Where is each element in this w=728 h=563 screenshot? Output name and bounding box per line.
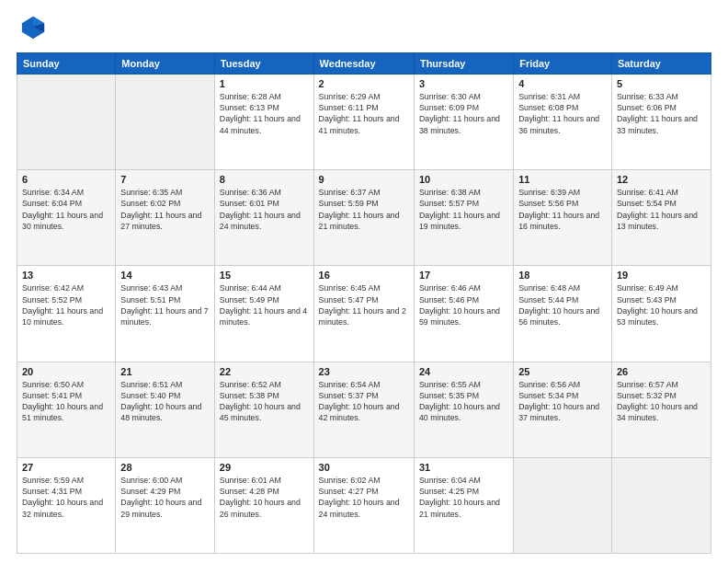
calendar-cell xyxy=(17,74,116,169)
calendar-cell xyxy=(116,74,215,169)
calendar-cell: 6Sunrise: 6:34 AM Sunset: 6:04 PM Daylig… xyxy=(17,170,116,266)
day-number: 17 xyxy=(419,270,508,281)
calendar-cell: 12Sunrise: 6:41 AM Sunset: 5:54 PM Dayli… xyxy=(611,170,711,266)
day-info: Sunrise: 6:50 AM Sunset: 5:41 PM Dayligh… xyxy=(22,379,110,424)
calendar-cell: 7Sunrise: 6:35 AM Sunset: 6:02 PM Daylig… xyxy=(116,170,215,266)
calendar-cell: 18Sunrise: 6:48 AM Sunset: 5:44 PM Dayli… xyxy=(514,266,612,362)
weekday-header-cell: Wednesday xyxy=(313,52,414,74)
day-number: 1 xyxy=(220,78,309,89)
calendar-cell: 15Sunrise: 6:44 AM Sunset: 5:49 PM Dayli… xyxy=(214,266,313,362)
day-info: Sunrise: 6:39 AM Sunset: 5:56 PM Dayligh… xyxy=(518,187,607,232)
day-number: 25 xyxy=(518,366,607,377)
calendar-body: 1Sunrise: 6:28 AM Sunset: 6:13 PM Daylig… xyxy=(17,74,711,553)
calendar-cell: 14Sunrise: 6:43 AM Sunset: 5:51 PM Dayli… xyxy=(116,266,215,362)
calendar-cell: 22Sunrise: 6:52 AM Sunset: 5:38 PM Dayli… xyxy=(214,362,313,457)
day-number: 4 xyxy=(518,78,607,89)
calendar-cell: 13Sunrise: 6:42 AM Sunset: 5:52 PM Dayli… xyxy=(17,266,116,362)
day-info: Sunrise: 6:42 AM Sunset: 5:52 PM Dayligh… xyxy=(22,282,110,327)
day-info: Sunrise: 6:28 AM Sunset: 6:13 PM Dayligh… xyxy=(220,91,309,136)
day-number: 12 xyxy=(617,174,706,185)
calendar-week-row: 20Sunrise: 6:50 AM Sunset: 5:41 PM Dayli… xyxy=(17,362,711,457)
day-number: 3 xyxy=(419,78,508,89)
weekday-header-cell: Sunday xyxy=(17,52,116,74)
day-info: Sunrise: 6:49 AM Sunset: 5:43 PM Dayligh… xyxy=(617,282,706,327)
day-info: Sunrise: 6:35 AM Sunset: 6:02 PM Dayligh… xyxy=(120,187,210,232)
logo xyxy=(17,15,46,45)
page: SundayMondayTuesdayWednesdayThursdayFrid… xyxy=(0,0,728,563)
day-number: 30 xyxy=(319,462,409,473)
calendar-cell: 20Sunrise: 6:50 AM Sunset: 5:41 PM Dayli… xyxy=(17,362,116,457)
calendar-cell: 29Sunrise: 6:01 AM Sunset: 4:28 PM Dayli… xyxy=(214,457,313,553)
day-number: 19 xyxy=(617,270,706,281)
calendar-cell: 23Sunrise: 6:54 AM Sunset: 5:37 PM Dayli… xyxy=(313,362,414,457)
calendar-cell: 21Sunrise: 6:51 AM Sunset: 5:40 PM Dayli… xyxy=(116,362,215,457)
day-number: 13 xyxy=(22,270,110,281)
calendar-cell: 24Sunrise: 6:55 AM Sunset: 5:35 PM Dayli… xyxy=(414,362,513,457)
calendar-week-row: 1Sunrise: 6:28 AM Sunset: 6:13 PM Daylig… xyxy=(17,74,711,169)
day-info: Sunrise: 6:41 AM Sunset: 5:54 PM Dayligh… xyxy=(617,187,706,232)
header xyxy=(17,15,711,45)
calendar-cell xyxy=(611,457,711,553)
day-info: Sunrise: 6:02 AM Sunset: 4:27 PM Dayligh… xyxy=(319,475,409,520)
day-info: Sunrise: 6:30 AM Sunset: 6:09 PM Dayligh… xyxy=(419,91,508,136)
calendar-cell: 10Sunrise: 6:38 AM Sunset: 5:57 PM Dayli… xyxy=(414,170,513,266)
calendar-table: SundayMondayTuesdayWednesdayThursdayFrid… xyxy=(17,52,711,554)
day-info: Sunrise: 6:33 AM Sunset: 6:06 PM Dayligh… xyxy=(617,91,706,136)
day-info: Sunrise: 6:38 AM Sunset: 5:57 PM Dayligh… xyxy=(419,187,508,232)
day-number: 6 xyxy=(22,174,110,185)
day-number: 22 xyxy=(220,366,309,377)
day-info: Sunrise: 6:34 AM Sunset: 6:04 PM Dayligh… xyxy=(22,187,110,232)
day-number: 21 xyxy=(120,366,210,377)
day-info: Sunrise: 6:45 AM Sunset: 5:47 PM Dayligh… xyxy=(319,282,409,327)
day-number: 11 xyxy=(518,174,607,185)
weekday-header-cell: Monday xyxy=(116,52,215,74)
calendar-cell: 8Sunrise: 6:36 AM Sunset: 6:01 PM Daylig… xyxy=(214,170,313,266)
calendar-cell: 1Sunrise: 6:28 AM Sunset: 6:13 PM Daylig… xyxy=(214,74,313,169)
day-number: 5 xyxy=(617,78,706,89)
day-number: 2 xyxy=(319,78,409,89)
calendar-cell: 26Sunrise: 6:57 AM Sunset: 5:32 PM Dayli… xyxy=(611,362,711,457)
weekday-header-row: SundayMondayTuesdayWednesdayThursdayFrid… xyxy=(17,52,711,74)
day-info: Sunrise: 6:00 AM Sunset: 4:29 PM Dayligh… xyxy=(120,475,210,520)
calendar-week-row: 13Sunrise: 6:42 AM Sunset: 5:52 PM Dayli… xyxy=(17,266,711,362)
day-number: 23 xyxy=(319,366,409,377)
calendar-cell: 5Sunrise: 6:33 AM Sunset: 6:06 PM Daylig… xyxy=(611,74,711,169)
day-info: Sunrise: 6:01 AM Sunset: 4:28 PM Dayligh… xyxy=(220,475,309,520)
day-info: Sunrise: 6:51 AM Sunset: 5:40 PM Dayligh… xyxy=(120,379,210,424)
day-info: Sunrise: 6:04 AM Sunset: 4:25 PM Dayligh… xyxy=(419,475,508,520)
day-number: 14 xyxy=(120,270,210,281)
day-info: Sunrise: 5:59 AM Sunset: 4:31 PM Dayligh… xyxy=(22,475,110,520)
calendar-cell: 28Sunrise: 6:00 AM Sunset: 4:29 PM Dayli… xyxy=(116,457,215,553)
calendar-cell: 17Sunrise: 6:46 AM Sunset: 5:46 PM Dayli… xyxy=(414,266,513,362)
calendar-cell: 2Sunrise: 6:29 AM Sunset: 6:11 PM Daylig… xyxy=(313,74,414,169)
day-number: 29 xyxy=(220,462,309,473)
day-info: Sunrise: 6:56 AM Sunset: 5:34 PM Dayligh… xyxy=(518,379,607,424)
calendar-cell xyxy=(514,457,612,553)
day-number: 20 xyxy=(22,366,110,377)
calendar-cell: 9Sunrise: 6:37 AM Sunset: 5:59 PM Daylig… xyxy=(313,170,414,266)
day-info: Sunrise: 6:55 AM Sunset: 5:35 PM Dayligh… xyxy=(419,379,508,424)
day-number: 31 xyxy=(419,462,508,473)
calendar-cell: 31Sunrise: 6:04 AM Sunset: 4:25 PM Dayli… xyxy=(414,457,513,553)
day-info: Sunrise: 6:37 AM Sunset: 5:59 PM Dayligh… xyxy=(319,187,409,232)
day-info: Sunrise: 6:31 AM Sunset: 6:08 PM Dayligh… xyxy=(518,91,607,136)
day-number: 8 xyxy=(220,174,309,185)
day-number: 16 xyxy=(319,270,409,281)
weekday-header-cell: Tuesday xyxy=(214,52,313,74)
calendar-cell: 16Sunrise: 6:45 AM Sunset: 5:47 PM Dayli… xyxy=(313,266,414,362)
calendar-cell: 11Sunrise: 6:39 AM Sunset: 5:56 PM Dayli… xyxy=(514,170,612,266)
day-info: Sunrise: 6:48 AM Sunset: 5:44 PM Dayligh… xyxy=(518,282,607,327)
day-number: 28 xyxy=(120,462,210,473)
day-info: Sunrise: 6:43 AM Sunset: 5:51 PM Dayligh… xyxy=(120,282,210,327)
day-info: Sunrise: 6:57 AM Sunset: 5:32 PM Dayligh… xyxy=(617,379,706,424)
day-number: 24 xyxy=(419,366,508,377)
day-number: 26 xyxy=(617,366,706,377)
calendar-cell: 19Sunrise: 6:49 AM Sunset: 5:43 PM Dayli… xyxy=(611,266,711,362)
day-number: 27 xyxy=(22,462,110,473)
day-number: 10 xyxy=(419,174,508,185)
day-number: 9 xyxy=(319,174,409,185)
day-number: 7 xyxy=(120,174,210,185)
weekday-header-cell: Thursday xyxy=(414,52,513,74)
calendar-cell: 30Sunrise: 6:02 AM Sunset: 4:27 PM Dayli… xyxy=(313,457,414,553)
day-info: Sunrise: 6:44 AM Sunset: 5:49 PM Dayligh… xyxy=(220,282,309,327)
